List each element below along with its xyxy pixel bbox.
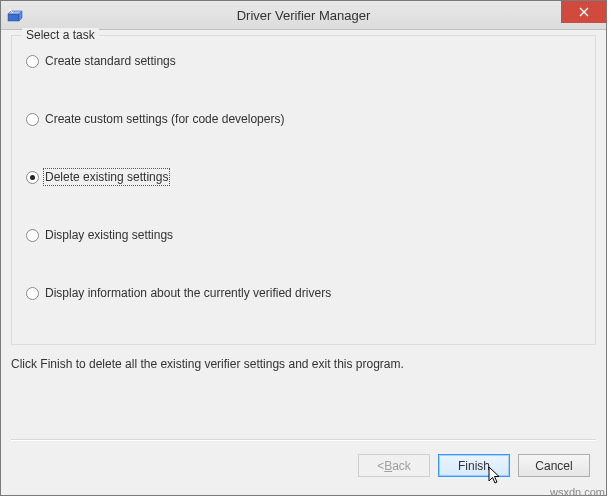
radio-label: Create custom settings (for code develop… <box>45 112 284 126</box>
back-underline: B <box>384 459 392 473</box>
wizard-buttons: < Back Finish Cancel <box>358 454 590 477</box>
radio-icon <box>26 171 39 184</box>
group-legend: Select a task <box>22 28 99 42</box>
client-area: Select a task Create standard settings C… <box>11 35 596 485</box>
radio-display-info[interactable]: Display information about the currently … <box>26 286 581 300</box>
finish-button[interactable]: Finish <box>438 454 510 477</box>
radio-label: Display information about the currently … <box>45 286 331 300</box>
back-suffix: ack <box>392 459 411 473</box>
titlebar: Driver Verifier Manager <box>1 1 606 30</box>
svg-point-3 <box>9 9 11 11</box>
radio-icon <box>26 287 39 300</box>
radio-delete-existing[interactable]: Delete existing settings <box>26 170 581 184</box>
help-text: Click Finish to delete all the existing … <box>11 357 596 371</box>
radio-create-standard[interactable]: Create standard settings <box>26 54 581 68</box>
radio-create-custom[interactable]: Create custom settings (for code develop… <box>26 112 581 126</box>
radio-display-existing[interactable]: Display existing settings <box>26 228 581 242</box>
close-icon <box>579 7 589 17</box>
radio-icon <box>26 55 39 68</box>
cancel-button[interactable]: Cancel <box>518 454 590 477</box>
svg-rect-0 <box>8 14 19 21</box>
dialog-window: Driver Verifier Manager Select a task Cr… <box>0 0 607 496</box>
app-icon <box>7 7 23 23</box>
radio-icon <box>26 113 39 126</box>
radio-label: Delete existing settings <box>45 170 168 184</box>
close-button[interactable] <box>561 1 606 23</box>
separator <box>11 439 596 441</box>
radio-label: Create standard settings <box>45 54 176 68</box>
task-groupbox: Select a task Create standard settings C… <box>11 35 596 345</box>
radio-icon <box>26 229 39 242</box>
watermark: wsxdn.com <box>550 486 605 498</box>
radio-label: Display existing settings <box>45 228 173 242</box>
back-prefix: < <box>377 459 384 473</box>
window-title: Driver Verifier Manager <box>1 8 606 23</box>
back-button: < Back <box>358 454 430 477</box>
